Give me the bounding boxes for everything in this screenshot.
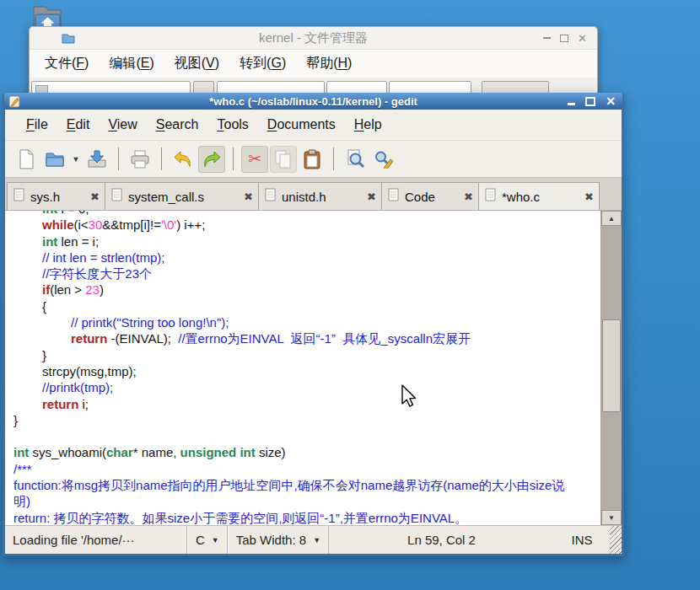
document-icon xyxy=(485,188,496,205)
chevron-down-icon: ▼ xyxy=(313,536,320,544)
find-button[interactable] xyxy=(342,146,369,173)
save-button[interactable] xyxy=(83,146,110,173)
menu-item-e[interactable]: 编辑(E) xyxy=(99,55,164,72)
toolbar-separator xyxy=(118,148,119,170)
minimize-button[interactable] xyxy=(543,37,551,39)
tab-Code[interactable]: Code✖ xyxy=(382,182,479,210)
open-dropdown-icon[interactable]: ▼ xyxy=(70,146,82,173)
file-manager-menubar: 文件(F)编辑(E)视图(V)转到(G)帮助(H) xyxy=(30,50,597,78)
code-line: strcpy(msg,tmp); xyxy=(5,363,600,379)
menu-item-search[interactable]: Search xyxy=(147,117,208,132)
document-icon xyxy=(111,188,122,205)
menu-item-g[interactable]: 转到(G) xyxy=(229,55,296,72)
language-selector[interactable]: C ▼ xyxy=(187,526,228,554)
tab-width-value: Tab Width: 8 xyxy=(236,533,306,547)
scroll-up-button[interactable]: ▲ xyxy=(601,211,622,226)
code-line: //字符长度大于23个 xyxy=(5,266,600,282)
code-line: function:将msg拷贝到name指向的用户地址空间中,确保不会对name… xyxy=(5,477,600,493)
cursor-position: Ln 59, Col 2 xyxy=(329,533,554,547)
menu-item-tools[interactable]: Tools xyxy=(207,117,257,132)
language-value: C xyxy=(196,533,205,547)
menu-item-edit[interactable]: Edit xyxy=(57,117,100,132)
code-line: } xyxy=(5,412,600,428)
scrollbar-thumb[interactable] xyxy=(602,319,621,412)
toolbar-separator xyxy=(233,148,234,170)
maximize-button[interactable] xyxy=(560,35,568,42)
code-line: return i; xyxy=(5,396,600,412)
paste-button[interactable] xyxy=(299,146,326,173)
undo-button[interactable] xyxy=(170,146,197,173)
redo-button[interactable] xyxy=(198,146,225,173)
code-line: // int len = strlen(tmp); xyxy=(5,249,600,266)
scroll-down-button[interactable]: ▼ xyxy=(601,510,622,525)
copy-button[interactable] xyxy=(270,146,297,173)
code-line: return -(EINVAL); //置errno为EINVAL 返回“-1”… xyxy=(5,330,600,346)
code-line: int sys_whoami(char* name, unsigned int … xyxy=(5,444,600,460)
document-icon xyxy=(13,188,24,205)
resize-grip[interactable] xyxy=(610,526,622,554)
text-editor-area[interactable]: int i = 0;while(i<30&&tmp[i]!='\0') i++;… xyxy=(5,211,600,525)
code-line xyxy=(5,428,600,444)
file-manager-title: kernel - 文件管理器 xyxy=(30,30,597,46)
tab-close-icon[interactable]: ✖ xyxy=(244,190,253,203)
code-line: /*** xyxy=(5,461,600,477)
code-line: int len = i; xyxy=(5,233,600,249)
menu-item-h[interactable]: 帮助(H) xyxy=(296,55,362,72)
menu-item-help[interactable]: Help xyxy=(345,117,391,132)
replace-button[interactable] xyxy=(370,146,397,173)
open-button[interactable] xyxy=(41,146,68,173)
menu-item-view[interactable]: View xyxy=(99,117,146,132)
tab-label: sys.h xyxy=(30,190,84,204)
code-line: return: 拷贝的字符数。如果size小于需要的空间,则返回“-1”,并置e… xyxy=(5,510,600,525)
scrollbar-track[interactable] xyxy=(601,226,622,510)
status-bar: Loading file '/home/··· C ▼ Tab Width: 8… xyxy=(5,525,622,554)
gedit-titlebar[interactable]: *who.c (~/oslab/linux-0.11/kernel) - ged… xyxy=(4,93,622,110)
insert-mode-indicator: INS xyxy=(554,533,610,547)
code-line: { xyxy=(5,298,600,314)
tab-system_call.s[interactable]: system_call.s✖ xyxy=(105,182,259,210)
tab-close-icon[interactable]: ✖ xyxy=(464,190,473,203)
code-line: if(len > 23) xyxy=(5,282,600,298)
gedit-toolbar: ▼✂ xyxy=(5,141,622,178)
file-manager-titlebar[interactable]: kernel - 文件管理器 ✕ xyxy=(30,27,597,50)
maximize-button[interactable] xyxy=(585,97,595,106)
menu-item-v[interactable]: 视图(V) xyxy=(164,55,229,72)
code-line: //printk(tmp); xyxy=(5,379,600,395)
document-icon xyxy=(265,188,276,205)
close-button[interactable]: ✕ xyxy=(606,95,616,107)
tab-label: *who.c xyxy=(502,190,579,204)
vertical-scrollbar[interactable]: ▲ ▼ xyxy=(600,211,622,525)
new-button[interactable] xyxy=(13,146,40,173)
gedit-menubar: FileEditViewSearchToolsDocumentsHelp xyxy=(5,110,622,141)
tab-bar: sys.h✖system_call.s✖unistd.h✖Code✖*who.c… xyxy=(5,178,622,211)
gedit-window: *who.c (~/oslab/linux-0.11/kernel) - ged… xyxy=(3,93,624,556)
tab-label: Code xyxy=(405,190,458,204)
tab-close-icon[interactable]: ✖ xyxy=(584,190,594,203)
code-line: } xyxy=(5,347,600,363)
desktop: { "file_manager": { "title": "kernel - 文… xyxy=(0,0,700,590)
tab-unistd.h[interactable]: unistd.h✖ xyxy=(259,182,382,210)
print-button[interactable] xyxy=(127,146,153,173)
cut-button[interactable]: ✂ xyxy=(241,146,268,173)
close-button[interactable]: ✕ xyxy=(578,33,587,44)
chevron-down-icon: ▼ xyxy=(212,536,219,544)
tab-sys.h[interactable]: sys.h✖ xyxy=(7,182,105,210)
tab-label: system_call.s xyxy=(128,190,238,204)
mouse-cursor xyxy=(400,384,418,412)
gedit-title: *who.c (~/oslab/linux-0.11/kernel) - ged… xyxy=(4,95,622,108)
menu-item-documents[interactable]: Documents xyxy=(258,117,345,132)
tab-close-icon[interactable]: ✖ xyxy=(90,190,100,203)
code-line: // printk("String too long!\n"); xyxy=(5,314,600,330)
menu-item-file[interactable]: File xyxy=(17,117,57,132)
code-line-partial: int i = 0; xyxy=(5,211,600,217)
tab-close-icon[interactable]: ✖ xyxy=(367,190,376,203)
tab-width-selector[interactable]: Tab Width: 8 ▼ xyxy=(228,526,329,554)
tab-who.c[interactable]: *who.c✖ xyxy=(479,182,600,210)
menu-item-f[interactable]: 文件(F) xyxy=(35,55,99,72)
tab-label: unistd.h xyxy=(282,190,361,204)
toolbar-separator xyxy=(333,148,334,170)
editor-content: int i = 0;while(i<30&&tmp[i]!='\0') i++;… xyxy=(5,211,622,525)
document-icon xyxy=(388,188,399,205)
toolbar-separator xyxy=(161,148,162,170)
minimize-button[interactable] xyxy=(568,103,575,105)
